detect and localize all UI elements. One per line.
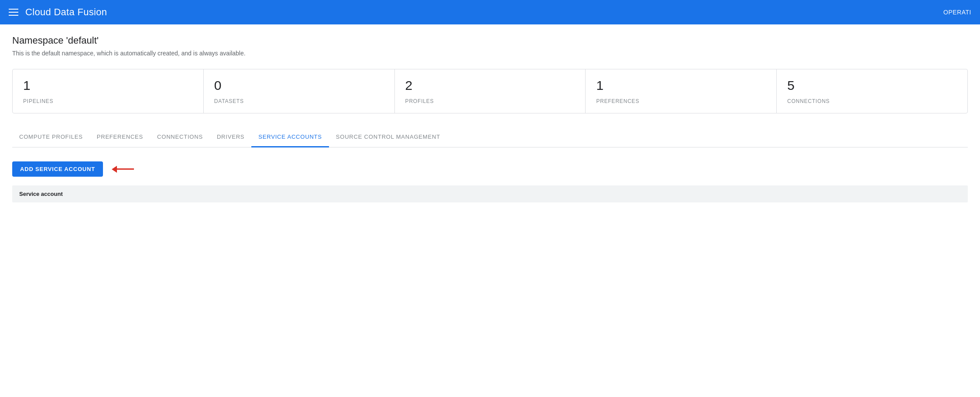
app-title: Cloud Data Fusion: [25, 7, 107, 18]
page-title: Namespace 'default': [12, 35, 968, 46]
stat-card-preferences[interactable]: 1 PREFERENCES: [585, 69, 777, 113]
stat-label-connections: CONNECTIONS: [787, 98, 957, 104]
stat-label-pipelines: PIPELINES: [23, 98, 193, 104]
stat-card-profiles[interactable]: 2 PROFILES: [394, 69, 586, 113]
tab-source-control-management[interactable]: SOURCE CONTROL MANAGEMENT: [329, 127, 447, 147]
nav-right-label: OPERATI: [943, 9, 971, 16]
page-description: This is the default namespace, which is …: [12, 50, 968, 57]
main-content: Namespace 'default' This is the default …: [0, 24, 980, 397]
content-area: ADD SERVICE ACCOUNT Service account: [12, 158, 968, 206]
stat-label-datasets: DATASETS: [214, 98, 384, 104]
stat-number-connections: 5: [787, 78, 957, 93]
stat-card-datasets[interactable]: 0 DATASETS: [203, 69, 395, 113]
tab-compute-profiles[interactable]: COMPUTE PROFILES: [12, 127, 90, 147]
pointer-arrow: [112, 166, 134, 173]
stat-number-pipelines: 1: [23, 78, 193, 93]
top-navigation: Cloud Data Fusion OPERATI: [0, 0, 980, 24]
tabs-container: COMPUTE PROFILES PREFERENCES CONNECTIONS…: [12, 127, 968, 147]
hamburger-menu-icon[interactable]: [9, 9, 18, 16]
stat-card-connections[interactable]: 5 CONNECTIONS: [776, 69, 968, 113]
stat-number-profiles: 2: [405, 78, 575, 93]
tab-preferences[interactable]: PREFERENCES: [90, 127, 150, 147]
stat-number-preferences: 1: [596, 78, 766, 93]
add-button-row: ADD SERVICE ACCOUNT: [12, 161, 968, 177]
add-service-account-button[interactable]: ADD SERVICE ACCOUNT: [12, 161, 103, 177]
stat-number-datasets: 0: [214, 78, 384, 93]
tab-drivers[interactable]: DRIVERS: [210, 127, 251, 147]
stat-label-preferences: PREFERENCES: [596, 98, 766, 104]
tab-service-accounts[interactable]: SERVICE ACCOUNTS: [251, 127, 329, 147]
stat-label-profiles: PROFILES: [405, 98, 575, 104]
stat-card-pipelines[interactable]: 1 PIPELINES: [12, 69, 204, 113]
stats-cards-row: 1 PIPELINES 0 DATASETS 2 PROFILES 1 PREF…: [12, 69, 968, 113]
arrow-line: [117, 168, 134, 170]
tab-connections[interactable]: CONNECTIONS: [150, 127, 210, 147]
table-header-service-account: Service account: [12, 185, 968, 202]
